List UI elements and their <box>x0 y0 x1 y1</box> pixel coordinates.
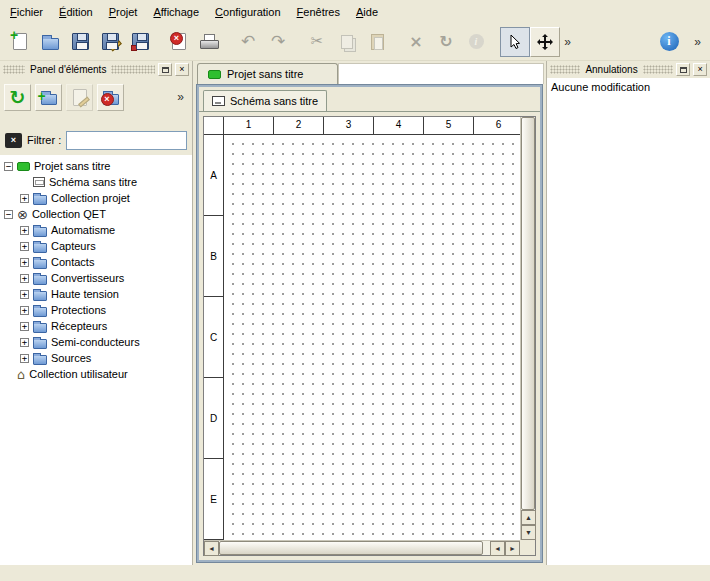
row-ruler: A B C D E <box>204 135 224 540</box>
tree-item-label: Récepteurs <box>51 320 107 332</box>
cut-button[interactable]: ✂ <box>302 27 332 57</box>
redo-button[interactable]: ↷ <box>263 27 293 57</box>
scroll-up-button[interactable]: ▲ <box>521 510 536 525</box>
expand-expander-icon[interactable]: + <box>20 290 29 299</box>
main-toolbar: + × ↶ ↷ ✂ <box>0 23 710 61</box>
reload-collections-button[interactable]: ↻ <box>4 84 31 111</box>
undo-button[interactable]: ↶ <box>233 27 263 57</box>
filter-input[interactable] <box>66 131 187 150</box>
expand-expander-icon[interactable]: + <box>20 274 29 283</box>
diagram-canvas[interactable] <box>224 135 520 540</box>
expand-expander-icon[interactable]: + <box>20 322 29 331</box>
schema-tab[interactable]: Schéma sans titre <box>203 90 327 111</box>
delete-element-icon: × <box>103 94 119 105</box>
column-label: 5 <box>424 117 474 134</box>
folder-icon <box>33 195 47 205</box>
filter-clear-button[interactable]: × <box>5 133 22 148</box>
save-as-button[interactable] <box>95 27 125 57</box>
collapse-expander-icon[interactable]: − <box>4 162 13 171</box>
menu-aide[interactable]: Aide <box>348 3 386 21</box>
tree-item-sources[interactable]: + Sources <box>0 350 192 366</box>
vertical-scrollbar-thumb[interactable] <box>521 117 535 510</box>
tree-item-project[interactable]: − Projet sans titre <box>0 158 192 174</box>
new-element-button[interactable]: + <box>35 84 62 111</box>
tree-item-contacts[interactable]: + Contacts <box>0 254 192 270</box>
vertical-scrollbar[interactable]: ▲ ▼ <box>520 117 535 540</box>
refresh-icon: ↻ <box>10 88 26 107</box>
menu-fichier[interactable]: Fichier <box>2 3 51 21</box>
plus-badge: + <box>38 89 46 103</box>
column-label: 6 <box>474 117 520 134</box>
tree-item-haute-tension[interactable]: + Haute tension <box>0 286 192 302</box>
close-icon: × <box>179 65 184 74</box>
tree-item-semi-conducteurs[interactable]: + Semi-conducteurs <box>0 334 192 350</box>
tab-bar-filler <box>338 63 544 84</box>
expand-expander-icon[interactable]: + <box>20 242 29 251</box>
expand-expander-icon[interactable]: + <box>20 338 29 347</box>
tree-item-schema[interactable]: Schéma sans titre <box>0 174 192 190</box>
paste-button[interactable] <box>362 27 392 57</box>
ruler-corner <box>204 117 224 135</box>
tree-item-protections[interactable]: + Protections <box>0 302 192 318</box>
expand-expander-icon[interactable]: + <box>20 226 29 235</box>
menu-fenetres[interactable]: Fenêtres <box>289 3 348 21</box>
float-panel-button[interactable] <box>676 63 690 76</box>
close-panel-button[interactable]: × <box>693 63 707 76</box>
delete-element-button[interactable]: × <box>97 84 124 111</box>
tree-item-convertisseurs[interactable]: + Convertisseurs <box>0 270 192 286</box>
close-panel-button[interactable]: × <box>175 63 189 76</box>
expand-expander-icon[interactable]: + <box>20 258 29 267</box>
scroll-left-button[interactable]: ◄ <box>204 541 219 556</box>
expand-expander-icon[interactable]: + <box>20 354 29 363</box>
mdi-area: Projet sans titre Schéma sans titre 1 <box>193 61 546 565</box>
tree-item-collection-utilisateur[interactable]: ⌂ Collection utilisateur <box>0 366 192 382</box>
tree-item-label: Projet sans titre <box>34 160 110 172</box>
elements-panel-header[interactable]: Panel d'éléments × <box>0 61 192 78</box>
expand-expander-icon[interactable]: + <box>20 306 29 315</box>
tree-item-automatisme[interactable]: + Automatisme <box>0 222 192 238</box>
project-icon <box>17 162 30 171</box>
folder-icon <box>33 307 47 317</box>
horizontal-scrollbar-thumb[interactable] <box>219 541 483 555</box>
project-tab[interactable]: Projet sans titre <box>197 63 338 84</box>
menu-configuration[interactable]: Configuration <box>207 3 288 21</box>
float-icon <box>162 67 169 73</box>
schema-tab-label: Schéma sans titre <box>230 95 318 107</box>
info-button[interactable]: i <box>461 27 491 57</box>
close-document-button[interactable]: × <box>164 27 194 57</box>
print-button[interactable] <box>194 27 224 57</box>
edit-element-icon <box>73 89 87 106</box>
collapse-expander-icon[interactable]: − <box>4 210 13 219</box>
move-tool-button[interactable] <box>530 27 560 57</box>
save-button[interactable] <box>65 27 95 57</box>
horizontal-scrollbar[interactable]: ◄ ◄ ► <box>204 540 520 555</box>
save-all-button[interactable] <box>125 27 155 57</box>
open-document-button[interactable] <box>35 27 65 57</box>
menu-edition[interactable]: Édition <box>51 3 101 21</box>
scroll-right-button[interactable]: ► <box>505 541 520 556</box>
new-document-button[interactable]: + <box>5 27 35 57</box>
float-panel-button[interactable] <box>158 63 172 76</box>
tree-item-recepteurs[interactable]: + Récepteurs <box>0 318 192 334</box>
toolbar-overflow-button-2[interactable]: » <box>690 28 705 56</box>
copy-button[interactable] <box>332 27 362 57</box>
panel-overflow-button[interactable]: » <box>173 83 188 111</box>
tree-item-capteurs[interactable]: + Capteurs <box>0 238 192 254</box>
edit-element-button[interactable] <box>66 84 93 111</box>
menu-affichage[interactable]: Affichage <box>145 3 207 21</box>
plus-badge: + <box>10 28 18 42</box>
delete-button[interactable]: × <box>401 27 431 57</box>
printer-body <box>200 40 219 49</box>
tree-item-collection-projet[interactable]: + Collection projet <box>0 190 192 206</box>
scroll-left-button-2[interactable]: ◄ <box>490 541 505 556</box>
rotate-button[interactable]: ↻ <box>431 27 461 57</box>
about-button[interactable]: i <box>654 27 684 57</box>
select-tool-button[interactable] <box>500 27 530 57</box>
toolbar-overflow-button[interactable]: » <box>560 28 575 56</box>
tree-item-collection-qet[interactable]: − ⊗ Collection QET <box>0 206 192 222</box>
menu-projet[interactable]: Projet <box>101 3 146 21</box>
scroll-down-button[interactable]: ▼ <box>521 525 536 540</box>
dock-handle <box>111 65 155 74</box>
undo-panel-header[interactable]: Annulations × <box>547 61 710 78</box>
expand-expander-icon[interactable]: + <box>20 194 29 203</box>
